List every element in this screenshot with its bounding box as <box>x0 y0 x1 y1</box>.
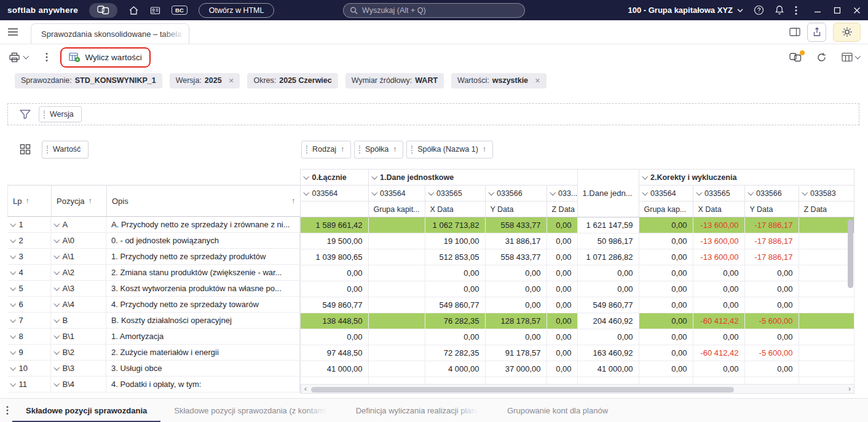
lp-cell[interactable]: 11 <box>7 377 51 392</box>
chip-close-icon[interactable]: ✕ <box>535 77 540 84</box>
refresh-button[interactable] <box>816 52 827 63</box>
pozycja-cell[interactable]: A\1 <box>51 249 106 264</box>
opis-cell[interactable]: 1. Amortyzacja <box>106 329 300 344</box>
chevron-down-icon[interactable] <box>371 174 377 179</box>
chevron-down-icon[interactable] <box>802 190 807 195</box>
opis-cell[interactable]: 2. Zmiana stanu produktów (zwiększenie -… <box>106 265 300 280</box>
column-sub-header[interactable]: Z Data <box>799 201 854 217</box>
pozycja-cell[interactable]: A\4 <box>51 297 106 312</box>
chevron-down-icon[interactable] <box>10 380 16 386</box>
value-cell[interactable]: 558 433,77 <box>485 249 546 265</box>
value-cell[interactable]: 0,00 <box>425 281 485 297</box>
chevron-down-icon[interactable] <box>304 190 309 195</box>
opis-cell[interactable]: 1. Przychody netto ze sprzedaży produktó… <box>106 249 300 264</box>
lp-cell[interactable]: 8 <box>7 329 51 344</box>
value-cell[interactable]: 1 071 286,82 <box>577 249 639 265</box>
column-group-header[interactable]: 2.Korekty i wykluczenia <box>639 170 854 186</box>
value-cell[interactable]: 19 100,00 <box>425 233 485 249</box>
value-cell[interactable]: -60 412,42 <box>693 313 744 329</box>
value-cell[interactable]: 0,00 <box>744 297 799 313</box>
lp-cell[interactable]: 9 <box>7 345 51 360</box>
print-button[interactable] <box>9 52 28 63</box>
chevron-down-icon[interactable] <box>54 300 60 306</box>
bottom-tab[interactable]: Definicja wyliczania realizacji planu <box>342 399 494 422</box>
chevron-down-icon[interactable] <box>696 190 701 195</box>
value-cell[interactable]: 0,00 <box>639 217 693 233</box>
value-cell[interactable]: 0,00 <box>744 281 799 297</box>
value-cell[interactable]: 0,00 <box>546 233 577 249</box>
value-cell[interactable]: 50 986,17 <box>577 233 639 249</box>
value-cell[interactable]: 0,00 <box>546 345 577 361</box>
value-cell[interactable] <box>368 361 425 377</box>
value-cell[interactable]: 0,00 <box>639 313 693 329</box>
pozycja-cell[interactable]: B\2 <box>51 345 106 360</box>
chevron-down-icon[interactable] <box>304 174 309 179</box>
value-cell[interactable]: 0,00 <box>546 329 577 345</box>
pivot-column-chip[interactable]: Rodzaj↑ <box>301 141 351 158</box>
value-cell[interactable] <box>799 217 854 233</box>
sort-asc-icon[interactable]: ↑ <box>483 145 486 154</box>
column-group-header[interactable]: 0.Łącznie <box>301 170 368 186</box>
chevron-down-icon[interactable] <box>371 190 377 195</box>
value-cell[interactable]: 4 000,00 <box>425 361 485 377</box>
lp-cell[interactable]: 6 <box>7 297 51 312</box>
value-cell[interactable]: 41 000,00 <box>577 361 639 377</box>
value-cell[interactable] <box>799 297 854 313</box>
value-cell[interactable]: -17 886,17 <box>744 249 799 265</box>
value-cell[interactable]: 0,00 <box>485 281 546 297</box>
pozycja-cell[interactable]: A\3 <box>51 281 106 296</box>
lp-cell[interactable]: 5 <box>7 281 51 296</box>
chevron-down-icon[interactable] <box>54 252 60 258</box>
value-cell[interactable] <box>368 233 425 249</box>
vertical-scrollbar-thumb[interactable] <box>848 219 853 288</box>
value-cell[interactable]: 0,00 <box>546 281 577 297</box>
chevron-down-icon[interactable] <box>10 316 16 322</box>
value-cell[interactable]: 0,00 <box>639 297 693 313</box>
chevron-down-icon[interactable] <box>642 174 647 179</box>
value-cell[interactable]: 0,00 <box>485 297 546 313</box>
column-sub-header[interactable]: Y Data <box>744 201 799 217</box>
value-cell[interactable]: 0,00 <box>693 265 744 281</box>
layout-panel-button[interactable] <box>789 27 800 37</box>
sort-asc-icon[interactable]: ↑ <box>341 145 344 154</box>
value-cell[interactable]: -13 600,00 <box>693 217 744 233</box>
opis-cell[interactable]: 4. Przychody netto ze sprzedaży towarów <box>106 297 300 312</box>
opis-cell[interactable]: A. Przychody netto ze sprzedaży i zrówna… <box>106 217 300 232</box>
value-cell[interactable]: 0,00 <box>485 265 546 281</box>
filter-chip[interactable]: Wartości:wszystkie✕ <box>451 73 546 88</box>
maximize-button[interactable] <box>834 7 841 14</box>
lp-cell[interactable]: 7 <box>7 313 51 328</box>
value-cell[interactable]: -13 600,00 <box>693 233 744 249</box>
filter-field-chip[interactable]: Wersja <box>39 106 82 122</box>
lp-cell[interactable]: 2 <box>7 233 51 248</box>
chevron-down-icon[interactable] <box>10 268 16 274</box>
value-cell[interactable]: 1 062 713,82 <box>425 217 485 233</box>
value-cell[interactable] <box>799 345 854 361</box>
value-cell[interactable]: 163 460,92 <box>577 345 639 361</box>
value-cell[interactable]: 0,00 <box>301 265 368 281</box>
chevron-down-icon[interactable] <box>54 332 60 338</box>
chevron-down-icon[interactable] <box>428 190 433 195</box>
value-cell[interactable]: 0,00 <box>639 329 693 345</box>
value-cell[interactable]: 37 000,00 <box>485 361 546 377</box>
filter-chip[interactable]: Sprawozdanie:STD_KONSWYNIKP_1 <box>15 73 162 88</box>
chevron-down-icon[interactable] <box>54 316 60 322</box>
pozycja-cell[interactable]: B\1 <box>51 329 106 344</box>
column-header[interactable]: Opis↑ <box>107 186 301 216</box>
bottom-tab[interactable]: Składowe pozycji sprawozdania <box>12 399 160 422</box>
pivot-column-chip[interactable]: Spółka (Nazwa 1)↑ <box>406 141 493 158</box>
company-selector[interactable]: 100 - Grupa kapitałowa XYZ <box>628 6 744 15</box>
notifications-button[interactable] <box>775 5 784 15</box>
home-button[interactable] <box>128 6 139 15</box>
sort-asc-icon[interactable]: ↑ <box>25 197 29 205</box>
value-cell[interactable]: 0,00 <box>301 329 368 345</box>
pozycja-cell[interactable]: A\0 <box>51 233 106 248</box>
minimize-button[interactable] <box>814 7 821 14</box>
sort-asc-icon[interactable]: ↑ <box>291 197 295 205</box>
value-cell[interactable]: -17 886,17 <box>744 217 799 233</box>
calculate-values-button[interactable]: Wylicz wartości <box>63 49 148 66</box>
value-cell[interactable]: 0,00 <box>577 265 639 281</box>
value-cell[interactable]: -60 412,42 <box>693 345 744 361</box>
opis-cell[interactable]: 3. Koszt wytworzenia produktów na własne… <box>106 281 300 296</box>
value-cell[interactable]: 558 433,77 <box>485 217 546 233</box>
